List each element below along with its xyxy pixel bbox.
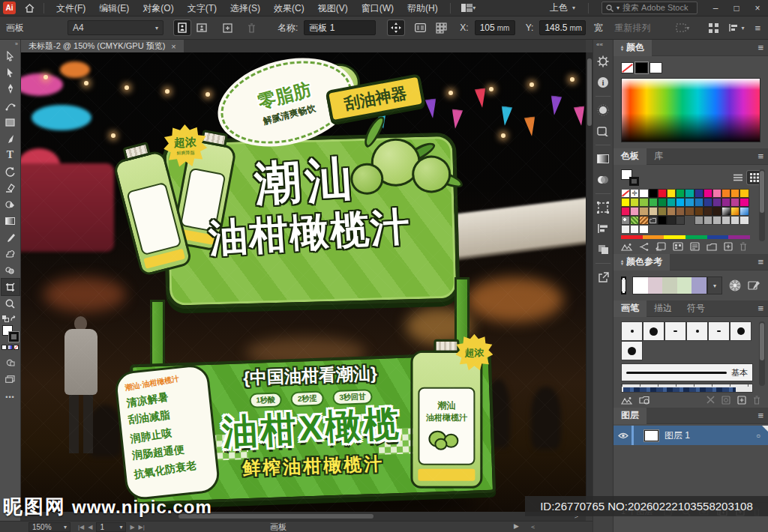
brush-libraries-icon[interactable]: [621, 396, 632, 405]
swatch[interactable]: [740, 198, 748, 207]
swatch[interactable]: [630, 198, 639, 207]
stroke-options-icon[interactable]: [722, 396, 730, 405]
color-group-strip[interactable]: [643, 235, 664, 239]
swatch[interactable]: [704, 189, 712, 198]
swatch[interactable]: [722, 198, 730, 207]
vertical-scrollbar[interactable]: [586, 52, 592, 512]
canvas[interactable]: 超浓 鲜爽降脂 零脂肪 解腻清爽畅饮 刮油神器 潮汕 油柑橄榄汁 {中国油柑看潮…: [21, 52, 586, 512]
harmony-colors[interactable]: [632, 276, 707, 294]
swatch[interactable]: [658, 198, 667, 207]
swatch[interactable]: [740, 189, 748, 198]
swatch[interactable]: [667, 198, 676, 207]
none-button[interactable]: [14, 345, 19, 350]
zoom-level-select[interactable]: 150% ▾: [28, 522, 70, 532]
panel-menu-icon[interactable]: ≡: [758, 256, 764, 267]
delete-swatch-icon[interactable]: [740, 242, 747, 251]
next-artboard-button[interactable]: ▶: [130, 524, 134, 531]
swatch[interactable]: [639, 216, 648, 225]
white-swatch[interactable]: [650, 62, 662, 73]
brush-item[interactable]: [643, 321, 664, 341]
color-group-strip[interactable]: [664, 235, 686, 239]
align-panel-icon[interactable]: [594, 220, 612, 238]
info-icon[interactable]: i: [594, 73, 612, 91]
layer-target-icon[interactable]: ○: [756, 432, 760, 440]
swatch[interactable]: [704, 207, 712, 216]
swatch[interactable]: [712, 216, 722, 225]
menu-item-8[interactable]: 帮助(H): [400, 0, 445, 16]
panel-menu-icon[interactable]: ≡: [758, 151, 764, 162]
panel-menu-icon[interactable]: ≡: [758, 303, 764, 314]
swatch[interactable]: [630, 216, 639, 225]
color-spectrum[interactable]: [621, 78, 760, 142]
swatches-scrollbar[interactable]: [759, 169, 765, 241]
close-tab-icon[interactable]: ×: [171, 42, 176, 51]
zoom-tool[interactable]: [2, 295, 20, 312]
menu-item-0[interactable]: 文件(F): [50, 0, 92, 16]
menu-item-2[interactable]: 对象(O): [136, 0, 180, 16]
new-swatch-icon[interactable]: [724, 242, 733, 251]
color-group-strip[interactable]: [728, 235, 750, 239]
color-group-strip[interactable]: [621, 235, 643, 239]
menu-item-7[interactable]: 窗口(W): [355, 0, 400, 16]
none-swatch[interactable]: [621, 62, 634, 73]
artboard-name-input[interactable]: 画板 1: [304, 20, 376, 35]
swatch[interactable]: [621, 225, 630, 234]
swatch[interactable]: [712, 198, 722, 207]
swatch[interactable]: [658, 216, 667, 225]
layer-thumbnail[interactable]: [644, 430, 658, 441]
export-panel-icon[interactable]: [594, 268, 612, 286]
menu-item-1[interactable]: 编辑(E): [92, 0, 136, 16]
color-group-strip[interactable]: [686, 235, 707, 239]
y-input[interactable]: 148.5mm: [539, 20, 586, 35]
brush-item[interactable]: [664, 321, 686, 341]
swatch[interactable]: [730, 216, 740, 225]
swatch[interactable]: [621, 198, 630, 207]
x-input[interactable]: 105mm: [475, 20, 515, 35]
shape-builder-tool[interactable]: [2, 196, 20, 213]
panel-menu-icon[interactable]: ≡: [758, 410, 764, 421]
tab-symbols[interactable]: 符号: [680, 300, 712, 317]
swatch[interactable]: ✛: [630, 189, 639, 198]
home-icon[interactable]: [20, 0, 38, 16]
menu-item-5[interactable]: 效果(C): [267, 0, 311, 16]
swatch[interactable]: [704, 198, 712, 207]
stroke-swatch[interactable]: [9, 332, 19, 342]
delete-artboard-button[interactable]: [243, 20, 260, 35]
edit-colors-icon[interactable]: [748, 280, 760, 291]
pattern-brush[interactable]: [621, 384, 753, 393]
last-artboard-button[interactable]: ▶|: [139, 524, 145, 531]
swatch[interactable]: [722, 189, 730, 198]
swatch[interactable]: [730, 198, 740, 207]
type-tool[interactable]: T: [2, 147, 20, 163]
swatch[interactable]: [630, 225, 639, 234]
maximize-button[interactable]: □: [726, 0, 747, 16]
swatch-options-icon[interactable]: [690, 242, 700, 251]
remove-brush-stroke-icon[interactable]: [706, 396, 715, 404]
fill-stroke-indicator[interactable]: [621, 169, 639, 186]
new-brush-icon[interactable]: [737, 396, 746, 405]
harmony-dropdown[interactable]: ▾: [707, 276, 722, 294]
grid-dots-icon[interactable]: [709, 23, 718, 33]
swatch[interactable]: [722, 207, 730, 216]
swatch-libraries-icon[interactable]: [621, 243, 632, 251]
align-dropdown[interactable]: ▾: [729, 23, 744, 32]
selection-tool[interactable]: [2, 48, 20, 64]
gradient-tool[interactable]: [2, 213, 20, 229]
tab-swatches[interactable]: 色板: [614, 148, 646, 165]
gradient-panel-icon[interactable]: [594, 150, 612, 168]
swatch[interactable]: [685, 198, 694, 207]
delete-brush-icon[interactable]: [753, 396, 760, 405]
add-from-library-icon[interactable]: [656, 242, 666, 251]
swatch[interactable]: [649, 198, 658, 207]
dashed-frame-button[interactable]: ▾: [674, 20, 691, 35]
swatch[interactable]: [658, 189, 667, 198]
workspace-switcher-icon[interactable]: ▾: [456, 0, 482, 16]
artboard-options-button[interactable]: [412, 20, 428, 35]
brushes-scrollbar[interactable]: [759, 321, 765, 386]
pathfinder-panel-icon[interactable]: [594, 241, 612, 259]
swatch[interactable]: [694, 189, 704, 198]
move-artboard-button[interactable]: [388, 20, 404, 35]
artboard-tool[interactable]: [2, 279, 20, 295]
swatch[interactable]: [740, 216, 748, 225]
swatch[interactable]: [685, 207, 694, 216]
